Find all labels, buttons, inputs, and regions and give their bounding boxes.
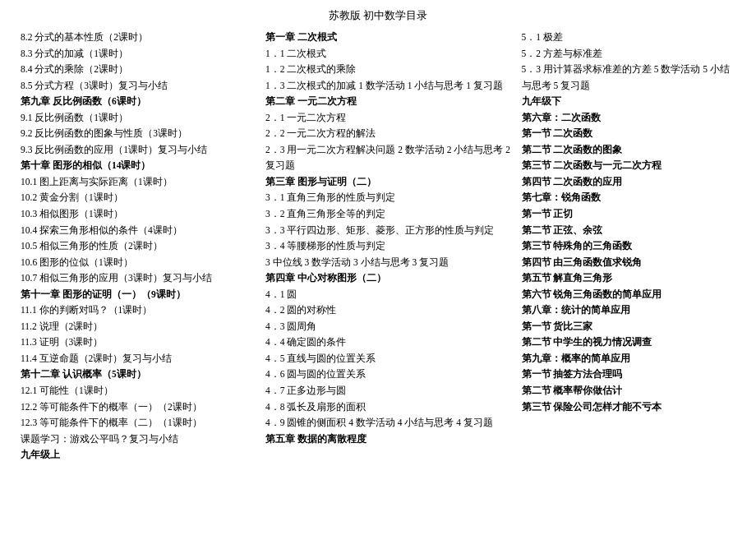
list-item: 九年级上 (21, 447, 257, 464)
list-item: 第四章 中心对称图形（二） (265, 270, 514, 287)
list-item: 第一章 二次根式 (265, 30, 514, 46)
list-item: 10.7 相似三角形的应用（3课时）复习与小结 (21, 270, 257, 287)
list-item: 第五章 数据的离散程度 (265, 431, 514, 448)
list-item: 1．1 二次根式 (265, 46, 514, 62)
list-item: 11.2 说理（2课时） (21, 319, 257, 335)
list-item: 第一节 抽签方法合理吗 (522, 367, 735, 383)
list-item: 第九章 反比例函数（6课时） (21, 94, 257, 110)
list-item: 4．1 圆 (265, 287, 514, 303)
list-item: 9.3 反比例函数的应用（1课时）复习与小结 (21, 142, 257, 159)
list-item: 4．4 确定圆的条件 (265, 334, 514, 351)
list-item: 第六章：二次函数 (522, 110, 735, 127)
list-item: 第四节 由三角函数值求锐角 (522, 255, 735, 271)
list-item: 4．2 圆的对称性 (265, 302, 514, 319)
list-item: 3．4 等腰梯形的性质与判定 (265, 238, 514, 255)
list-item: 8.3 分式的加减（1课时） (21, 46, 257, 62)
list-item: 10.5 相似三角形的性质（2课时） (21, 238, 257, 255)
list-item: 10.2 黄金分割（1课时） (21, 190, 257, 206)
list-item: 第六节 锐角三角函数的简单应用 (522, 287, 735, 303)
list-item: 8.4 分式的乘除（2课时） (21, 62, 257, 78)
column-right: 5．1 极差5．2 方差与标准差5．3 用计算器求标准差的方差 5 数学活动 5… (518, 30, 740, 464)
list-item: 1．3 二次根式的加减 1 数学活动 1 小结与思考 1 复习题 (265, 78, 514, 95)
list-item: 第十二章 认识概率（5课时） (21, 367, 257, 383)
list-item: 11.3 证明（3课时） (21, 334, 257, 351)
list-item: 3．3 平行四边形、矩形、菱形、正方形的性质与判定 (265, 223, 514, 239)
list-item: 第三章 图形与证明（二） (265, 174, 514, 191)
list-item: 12.1 可能性（1课时） (21, 383, 257, 399)
list-item: 第二节 中学生的视力情况调查 (522, 334, 735, 351)
list-item: 第五节 解直角三角形 (522, 270, 735, 287)
list-item: 8.2 分式的基本性质（2课时） (21, 30, 257, 46)
list-item: 12.3 等可能条件下的概率（二）（1课时） (21, 415, 257, 431)
list-item: 9.1 反比例函数（1课时） (21, 110, 257, 127)
list-item: 第三节 二次函数与一元二次方程 (522, 158, 735, 174)
list-item: 第二节 概率帮你做估计 (522, 383, 735, 399)
list-item: 第二节 正弦、余弦 (522, 223, 735, 239)
list-item: 5．1 极差 (522, 30, 735, 46)
list-item: 第三节 特殊角的三角函数 (522, 238, 735, 255)
list-item: 10.4 探索三角形相似的条件（4课时） (21, 223, 257, 239)
list-item: 九年级下 (522, 94, 735, 110)
list-item: 1．2 二次根式的乘除 (265, 62, 514, 78)
list-item: 10.1 图上距离与实际距离（1课时） (21, 174, 257, 191)
list-item: 2．2 一元二次方程的解法 (265, 126, 514, 142)
list-item: 4．8 弧长及扇形的面积 (265, 399, 514, 416)
column-mid: 第一章 二次根式1．1 二次根式1．2 二次根式的乘除1．3 二次根式的加减 1… (261, 30, 518, 464)
list-item: 2．1 一元二次方程 (265, 110, 514, 127)
page-title: 苏教版 初中数学目录 (16, 8, 740, 23)
list-item: 12.2 等可能条件下的概率（一）（2课时） (21, 399, 257, 416)
list-item: 2．3 用一元二次方程解决问题 2 数学活动 2 小结与思考 2 复习题 (265, 142, 514, 174)
list-item: 8.5 分式方程（3课时）复习与小结 (21, 78, 257, 95)
list-item: 10.3 相似图形（1课时） (21, 206, 257, 223)
list-item: 4．5 直线与圆的位置关系 (265, 351, 514, 367)
list-item: 5．3 用计算器求标准差的方差 5 数学活动 5 小结与思考 5 复习题 (522, 62, 735, 94)
list-item: 9.2 反比例函数的图象与性质（3课时） (21, 126, 257, 142)
list-item: 第九章：概率的简单应用 (522, 351, 735, 367)
column-left: 8.2 分式的基本性质（2课时）8.3 分式的加减（1课时）8.4 分式的乘除（… (16, 30, 261, 464)
list-item: 第一节 正切 (522, 206, 735, 223)
list-item: 第一节 货比三家 (522, 319, 735, 335)
list-item: 3．1 直角三角形的性质与判定 (265, 190, 514, 206)
list-item: 4．6 圆与圆的位置关系 (265, 367, 514, 383)
list-item: 第二节 二次函数的图象 (522, 142, 735, 159)
list-item: 第二章 一元二次方程 (265, 94, 514, 110)
content-wrapper: 8.2 分式的基本性质（2课时）8.3 分式的加减（1课时）8.4 分式的乘除（… (16, 30, 740, 464)
list-item: 第十章 图形的相似（14课时） (21, 158, 257, 174)
list-item: 3．2 直角三角形全等的判定 (265, 206, 514, 223)
list-item: 第三节 保险公司怎样才能不亏本 (522, 399, 735, 416)
list-item: 4．9 圆锥的侧面积 4 数学活动 4 小结与思考 4 复习题 (265, 415, 514, 431)
list-item: 第十一章 图形的证明（一）（9课时） (21, 287, 257, 303)
list-item: 第一节 二次函数 (522, 126, 735, 142)
list-item: 第四节 二次函数的应用 (522, 174, 735, 191)
list-item: 第七章：锐角函数 (522, 190, 735, 206)
list-item: 11.4 互逆命题（2课时）复习与小结 (21, 351, 257, 367)
list-item: 3 中位线 3 数学活动 3 小结与思考 3 复习题 (265, 255, 514, 271)
list-item: 第八章：统计的简单应用 (522, 302, 735, 319)
list-item: 5．2 方差与标准差 (522, 46, 735, 62)
list-item: 课题学习：游戏公平吗？复习与小结 (21, 431, 257, 448)
list-item: 11.1 你的判断对吗？（1课时） (21, 302, 257, 319)
list-item: 4．3 圆周角 (265, 319, 514, 335)
list-item: 10.6 图形的位似（1课时） (21, 255, 257, 271)
list-item: 4．7 正多边形与圆 (265, 383, 514, 399)
